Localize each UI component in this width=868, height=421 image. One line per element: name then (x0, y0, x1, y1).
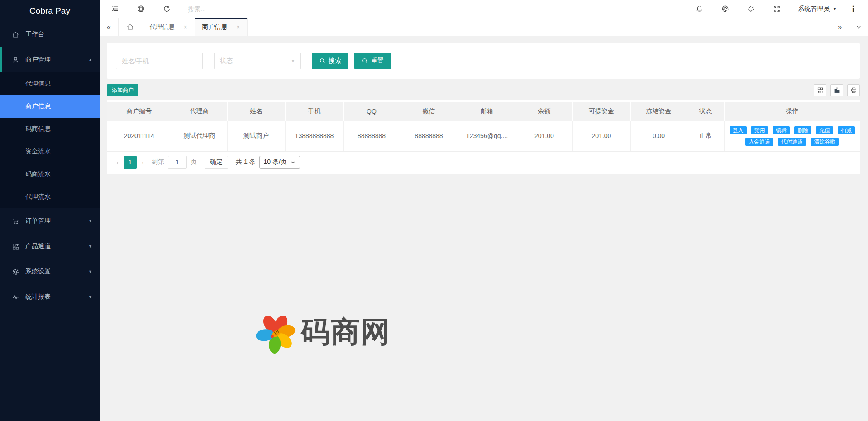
col-status: 状态 (687, 102, 724, 121)
login-button[interactable]: 登入 (730, 126, 747, 134)
search-button[interactable]: 搜索 (312, 53, 348, 69)
deposit-channel-button[interactable]: 入金通道 (745, 138, 773, 146)
current-page-button[interactable]: 1 (124, 156, 137, 169)
cell-merchant-id: 202011114 (107, 121, 172, 151)
search-button-label: 搜索 (329, 57, 341, 65)
cell-email: 123456@qq.... (458, 121, 516, 151)
search-icon (362, 57, 368, 64)
tab-label: 代理信息 (149, 23, 175, 31)
status-select[interactable]: 状态 ▼ (214, 53, 301, 69)
tabs-scroll-left-button[interactable]: « (100, 18, 119, 36)
tabs-dropdown-button[interactable] (849, 18, 868, 36)
reset-button-label: 重置 (371, 57, 384, 65)
bell-icon[interactable] (687, 0, 712, 18)
add-merchant-button[interactable]: 添加商户 (107, 84, 138, 96)
reset-button[interactable]: 重置 (354, 53, 391, 69)
user-menu[interactable]: 系统管理员 ▼ (790, 5, 845, 13)
pulse-chart-icon (12, 293, 19, 301)
payout-channel-button[interactable]: 代付通道 (778, 138, 806, 146)
table-tool-icons (810, 84, 860, 96)
page-size-value: 10 条/页 (264, 158, 287, 166)
merchant-submenu: 代理信息 商户信息 码商信息 资金流水 码商流水 代理流水 (0, 72, 100, 208)
prev-page-button[interactable]: ‹ (112, 158, 123, 166)
cell-qq: 88888888 (343, 121, 400, 151)
clear-google-button[interactable]: 清除谷歌 (811, 138, 839, 146)
table-toolbar: 添加商户 (107, 84, 860, 96)
more-menu-icon[interactable]: ⋮ (845, 4, 862, 14)
goto-suffix-label: 页 (191, 158, 197, 166)
sidebar-item-merchant-mgmt[interactable]: 商户管理 ▲ (0, 47, 100, 72)
delete-button[interactable]: 删除 (794, 126, 811, 134)
goto-confirm-button[interactable]: 确定 (205, 156, 228, 169)
tab-home[interactable] (119, 18, 142, 36)
sidebar-item-label: 统计报表 (25, 293, 51, 301)
tab-merchant-info[interactable]: 商户信息 × (195, 18, 248, 36)
table-header-row: 商户编号 代理商 姓名 手机 QQ 微信 邮箱 余额 可提资金 冻结资金 状态 … (107, 102, 860, 121)
sidebar-subitem-agent-info[interactable]: 代理信息 (0, 72, 100, 95)
sidebar-item-order-mgmt[interactable]: 订单管理 ▼ (0, 208, 100, 234)
global-search-input[interactable] (188, 5, 287, 13)
col-merchant-id: 商户编号 (107, 102, 172, 121)
columns-filter-button[interactable] (814, 84, 826, 96)
disable-button[interactable]: 禁用 (751, 126, 768, 134)
table-row: 202011114 测试代理商 测试商户 13888888888 8888888… (107, 121, 860, 151)
page-size-select[interactable]: 10 条/页 (259, 156, 300, 169)
topbar-right: 系统管理员 ▼ ⋮ (687, 0, 862, 18)
close-icon[interactable]: × (237, 24, 240, 30)
recharge-button[interactable]: 充值 (816, 126, 833, 134)
gear-icon (12, 268, 19, 276)
cell-frozen: 0.00 (630, 121, 687, 151)
sidebar: Cobra Pay 工作台 商户管理 ▲ 代理信息 商户信息 码商信息 资金流水… (0, 0, 100, 421)
user-icon (12, 56, 19, 64)
tag-icon[interactable] (738, 0, 764, 18)
edit-button[interactable]: 编辑 (773, 126, 790, 134)
sidebar-item-stats-report[interactable]: 统计报表 ▼ (0, 284, 100, 310)
sidebar-item-label: 产品通道 (25, 242, 51, 250)
cell-balance: 201.00 (516, 121, 572, 151)
goto-page-input[interactable] (168, 156, 187, 169)
merchant-table: 商户编号 代理商 姓名 手机 QQ 微信 邮箱 余额 可提资金 冻结资金 状态 … (107, 102, 860, 152)
globe-icon[interactable] (128, 0, 154, 18)
export-icon (834, 87, 840, 94)
tab-agent-info[interactable]: 代理信息 × (142, 18, 195, 36)
cell-wechat: 88888888 (400, 121, 458, 151)
status-select-placeholder: 状态 (220, 57, 233, 65)
fullscreen-icon[interactable] (764, 0, 790, 18)
filter-card: 状态 ▼ 搜索 重置 (107, 43, 860, 79)
watermark-text: 码商网 (301, 312, 391, 352)
chevron-down-icon: ▼ (88, 219, 92, 223)
columns-icon (817, 87, 824, 94)
tabs-scroll-right-button[interactable]: » (830, 18, 849, 36)
flower-logo-icon (255, 308, 296, 355)
sidebar-subitem-coder-flow[interactable]: 码商流水 (0, 163, 100, 186)
sidebar-subitem-coder-info[interactable]: 码商信息 (0, 118, 100, 140)
app-logo: Cobra Pay (0, 0, 100, 22)
watermark: 码商网 (255, 308, 391, 355)
sidebar-item-system-settings[interactable]: 系统设置 ▼ (0, 259, 100, 284)
sidebar-subitem-funds-flow[interactable]: 资金流水 (0, 140, 100, 163)
goto-prefix-label: 到第 (152, 158, 164, 166)
collapse-menu-icon[interactable] (102, 0, 128, 18)
sidebar-subitem-merchant-info[interactable]: 商户信息 (0, 95, 100, 118)
export-button[interactable] (830, 84, 843, 96)
cell-actions: 登入 禁用 编辑 删除 充值 扣减 入金通道 代付通道 (724, 121, 860, 151)
sidebar-item-label: 订单管理 (25, 217, 51, 225)
col-frozen: 冻结资金 (630, 102, 687, 121)
deduct-button[interactable]: 扣减 (838, 126, 855, 134)
sidebar-subitem-agent-flow[interactable]: 代理流水 (0, 186, 100, 208)
sidebar-item-label: 工作台 (25, 30, 44, 38)
chevron-down-icon: ▼ (833, 7, 837, 11)
printer-icon (850, 87, 857, 94)
chevron-down-icon: ▼ (88, 295, 92, 299)
sidebar-item-workbench[interactable]: 工作台 (0, 22, 100, 47)
pagination: ‹ 1 › 到第 页 确定 共 1 条 10 条/页 (107, 152, 860, 174)
close-icon[interactable]: × (184, 24, 187, 30)
sidebar-item-product-channel[interactable]: 产品通道 ▼ (0, 234, 100, 259)
palette-icon[interactable] (712, 0, 738, 18)
sidebar-item-label: 商户管理 (25, 56, 51, 64)
next-page-button[interactable]: › (138, 158, 148, 166)
refresh-icon[interactable] (154, 0, 180, 18)
print-button[interactable] (847, 84, 860, 96)
actions-line-2: 入金通道 代付通道 清除谷歌 (725, 137, 860, 147)
name-phone-input[interactable] (116, 53, 203, 69)
